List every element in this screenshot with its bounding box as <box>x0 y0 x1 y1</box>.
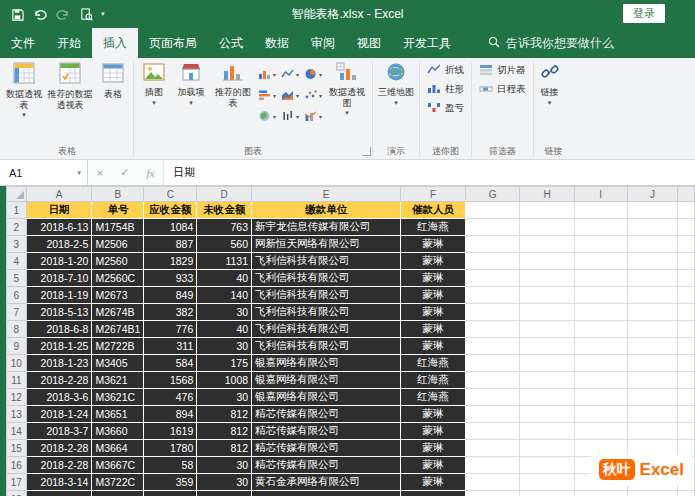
cell-A17[interactable]: 2018-3-14 <box>26 474 92 491</box>
row-header-7[interactable]: 7 <box>7 304 27 321</box>
row-header-4[interactable]: 4 <box>7 253 27 270</box>
cell-F9[interactable]: 蒙琳 <box>401 338 466 355</box>
cell-F17[interactable]: 蒙琳 <box>401 474 466 491</box>
row-header-6[interactable]: 6 <box>7 287 27 304</box>
cell-B6[interactable]: M2673 <box>92 287 144 304</box>
cell-H9[interactable] <box>520 338 575 355</box>
cell-G6[interactable] <box>465 287 520 304</box>
cell-D15[interactable]: 812 <box>197 440 252 457</box>
cell-C1[interactable]: 应收金额 <box>144 202 197 219</box>
cell-E3[interactable]: 网新恒天网络有限公司 <box>252 236 401 253</box>
timeline-button[interactable]: 日程表 <box>475 80 530 99</box>
row-header-18[interactable]: 18 <box>7 491 27 496</box>
cell-J18[interactable] <box>627 491 678 496</box>
cell-C12[interactable]: 476 <box>144 389 197 406</box>
cell-E1[interactable]: 缴款单位 <box>252 202 401 219</box>
cell-G3[interactable] <box>465 236 520 253</box>
column-header-I[interactable]: I <box>574 187 627 202</box>
tab-页面布局[interactable]: 页面布局 <box>138 28 208 58</box>
cell-F16[interactable]: 蒙琳 <box>401 457 466 474</box>
cell-D6[interactable]: 140 <box>197 287 252 304</box>
cell-J3[interactable] <box>627 236 678 253</box>
row-header-12[interactable]: 12 <box>7 389 27 406</box>
line-chart-button[interactable]: ▾ <box>281 66 299 84</box>
cell-C13[interactable]: 894 <box>144 406 197 423</box>
cell-H6[interactable] <box>520 287 575 304</box>
cell-D14[interactable]: 812 <box>197 423 252 440</box>
row-header-10[interactable]: 10 <box>7 355 27 372</box>
cell-G11[interactable] <box>465 372 520 389</box>
cell-E6[interactable]: 飞利信科技有限公司 <box>252 287 401 304</box>
cell-G2[interactable] <box>465 219 520 236</box>
cell-I2[interactable] <box>574 219 627 236</box>
cell-J13[interactable] <box>627 406 678 423</box>
combo-chart-button[interactable]: ▾ <box>304 108 322 126</box>
cell-E18[interactable] <box>252 491 401 496</box>
cell-F10[interactable]: 红海燕 <box>401 355 466 372</box>
cell-F12[interactable]: 红海燕 <box>401 389 466 406</box>
column-header-D[interactable]: D <box>197 187 252 202</box>
cell-H8[interactable] <box>520 321 575 338</box>
cell-C8[interactable]: 776 <box>144 321 197 338</box>
cell-G10[interactable] <box>465 355 520 372</box>
cell-A14[interactable]: 2018-3-7 <box>26 423 92 440</box>
cell-A4[interactable]: 2018-1-20 <box>26 253 92 270</box>
cell-A7[interactable]: 2018-5-13 <box>26 304 92 321</box>
cell-G14[interactable] <box>465 423 520 440</box>
cell-I12[interactable] <box>574 389 627 406</box>
cell-B5[interactable]: M2560C <box>92 270 144 287</box>
slicer-button[interactable]: 切片器 <box>475 61 530 80</box>
cell-H13[interactable] <box>520 406 575 423</box>
cell-D16[interactable]: 30 <box>197 457 252 474</box>
cell-E14[interactable]: 精芯传媒有限公司 <box>252 423 401 440</box>
cell-B14[interactable]: M3660 <box>92 423 144 440</box>
cell-G9[interactable] <box>465 338 520 355</box>
cell-I6[interactable] <box>574 287 627 304</box>
column-header-G[interactable]: G <box>465 187 520 202</box>
cell-B16[interactable]: M3667C <box>92 457 144 474</box>
cell-E8[interactable]: 飞利信科技有限公司 <box>252 321 401 338</box>
tab-数据[interactable]: 数据 <box>254 28 300 58</box>
cell-E11[interactable]: 银嘉网络有限公司 <box>252 372 401 389</box>
cell-H3[interactable] <box>520 236 575 253</box>
cell-F6[interactable]: 蒙琳 <box>401 287 466 304</box>
cell-F13[interactable]: 蒙琳 <box>401 406 466 423</box>
scatter-chart-button[interactable]: ▾ <box>304 87 322 105</box>
row-header-2[interactable]: 2 <box>7 219 27 236</box>
cell-D3[interactable]: 560 <box>197 236 252 253</box>
column-header-F[interactable]: F <box>401 187 466 202</box>
recommended-charts-button[interactable]: 推荐的图表 <box>211 58 255 108</box>
link-button[interactable]: 链接 ▾ <box>537 58 563 105</box>
bar-chart-button[interactable]: ▾ <box>258 87 276 105</box>
sparkline-line-button[interactable]: 折线 <box>423 61 468 80</box>
cell-I9[interactable] <box>574 338 627 355</box>
cell-G12[interactable] <box>465 389 520 406</box>
column-header-E[interactable]: E <box>252 187 401 202</box>
cell-D5[interactable]: 40 <box>197 270 252 287</box>
cell-D18[interactable] <box>197 491 252 496</box>
cell-D9[interactable]: 30 <box>197 338 252 355</box>
cell-D17[interactable]: 30 <box>197 474 252 491</box>
pivot-table-button[interactable]: 数据透视表 ▾ <box>4 58 44 117</box>
cell-F2[interactable]: 红海燕 <box>401 219 466 236</box>
enter-icon[interactable]: ✓ <box>120 166 129 179</box>
cell-B4[interactable]: M2560 <box>92 253 144 270</box>
column-header-C[interactable]: C <box>144 187 197 202</box>
cell-B17[interactable]: M3722C <box>92 474 144 491</box>
cell-J14[interactable] <box>627 423 678 440</box>
cell-F3[interactable]: 蒙琳 <box>401 236 466 253</box>
cell-A16[interactable]: 2018-2-28 <box>26 457 92 474</box>
tab-公式[interactable]: 公式 <box>208 28 254 58</box>
tab-开发工具[interactable]: 开发工具 <box>392 28 462 58</box>
cell-I10[interactable] <box>574 355 627 372</box>
cell-F11[interactable]: 红海燕 <box>401 372 466 389</box>
cell-D10[interactable]: 175 <box>197 355 252 372</box>
redo-icon[interactable] <box>55 6 71 22</box>
tell-me-search[interactable]: 告诉我你想要做什么 <box>488 28 614 58</box>
cell-F4[interactable]: 蒙琳 <box>401 253 466 270</box>
cell-B7[interactable]: M2674B <box>92 304 144 321</box>
cell-B3[interactable]: M2506 <box>92 236 144 253</box>
row-header-13[interactable]: 13 <box>7 406 27 423</box>
cell-E17[interactable]: 黄石金承网络有限公司 <box>252 474 401 491</box>
cell-G15[interactable] <box>465 440 520 457</box>
